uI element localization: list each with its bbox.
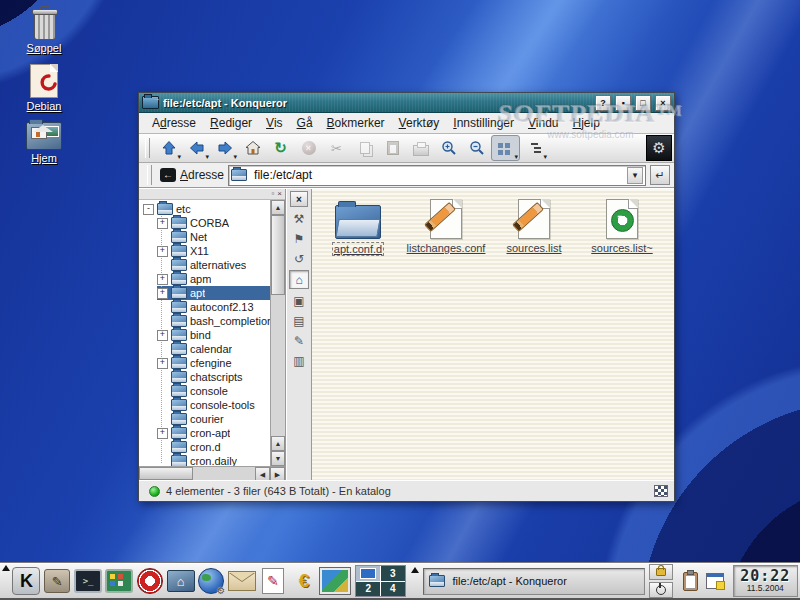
tree-item[interactable]: calendar bbox=[157, 342, 270, 356]
logout-button[interactable] bbox=[649, 582, 673, 598]
help-center-button[interactable] bbox=[135, 566, 164, 596]
file-label[interactable]: sources.list bbox=[506, 242, 561, 254]
konqueror-button[interactable] bbox=[197, 566, 226, 596]
tree-item[interactable]: bash_completion.d bbox=[157, 314, 270, 328]
pager-desktop-2[interactable]: 2 bbox=[356, 582, 380, 597]
tree-item[interactable]: courier bbox=[157, 412, 270, 426]
desktop-icon-trash[interactable]: Søppel bbox=[8, 6, 80, 54]
sidebar-close-button[interactable]: × bbox=[290, 191, 308, 207]
tree-item[interactable]: +X11 bbox=[157, 244, 270, 258]
help-button[interactable]: ? bbox=[595, 95, 611, 111]
konsole-button[interactable]: >_ bbox=[74, 566, 103, 596]
show-desktop-button[interactable]: ✎ bbox=[43, 566, 72, 596]
maximize-button[interactable]: □ bbox=[635, 95, 651, 111]
tree-item[interactable]: Net bbox=[157, 230, 270, 244]
sidebar-tab-root-folder[interactable]: ▤ bbox=[290, 312, 308, 329]
tree-item[interactable]: +CORBA bbox=[157, 216, 270, 230]
lock-screen-button[interactable] bbox=[649, 564, 673, 580]
home-button[interactable] bbox=[239, 136, 266, 160]
desktop-icon-debian[interactable]: Debian bbox=[8, 64, 80, 112]
sidebar-tab-bookmarks[interactable]: ⚑ bbox=[290, 230, 308, 247]
kwrite-button[interactable]: ✎ bbox=[259, 566, 288, 596]
pager-desktop-4[interactable]: 4 bbox=[381, 582, 405, 597]
toolbar-grip[interactable] bbox=[147, 165, 152, 185]
icon-view-button[interactable]: ▾ bbox=[491, 135, 520, 161]
tree-item[interactable]: +cfengine bbox=[157, 356, 270, 370]
file-label[interactable]: listchanges.conf bbox=[407, 242, 486, 254]
tree-item[interactable]: +apm bbox=[157, 272, 270, 286]
menu-bokmerker[interactable]: Bokmerker bbox=[320, 114, 392, 132]
scrollbar-thumb[interactable] bbox=[271, 215, 285, 295]
scroll-up-icon[interactable]: ▲ bbox=[271, 436, 285, 451]
kmymoney-button[interactable]: € bbox=[290, 566, 319, 596]
back-button[interactable]: ▾ bbox=[183, 136, 210, 160]
desktop-icon-home[interactable]: Hjem bbox=[8, 122, 80, 164]
taskbar-clock[interactable]: 20:22 11.5.2004 bbox=[733, 565, 798, 597]
location-input[interactable]: file:/etc/apt bbox=[254, 168, 623, 182]
sidebar-tab-windows[interactable]: ▥ bbox=[290, 352, 308, 369]
file-item[interactable]: apt.conf.d bbox=[316, 197, 400, 256]
file-label[interactable]: apt.conf.d bbox=[332, 242, 384, 256]
file-item[interactable]: sources.list bbox=[492, 197, 576, 256]
home-folder-button[interactable]: ⌂ bbox=[166, 566, 195, 596]
scrollbar-thumb[interactable] bbox=[139, 467, 193, 480]
toolbar-grip[interactable] bbox=[145, 138, 150, 158]
sidebar-tab-network[interactable]: ▣ bbox=[290, 292, 308, 309]
window-icon[interactable] bbox=[142, 96, 159, 109]
file-item[interactable]: listchanges.conf bbox=[404, 197, 488, 256]
tree-item[interactable]: console bbox=[157, 384, 270, 398]
go-button[interactable]: ↵ bbox=[650, 165, 670, 185]
graphics-button[interactable] bbox=[320, 566, 350, 596]
tree-item[interactable]: -etc bbox=[143, 202, 270, 216]
sidebar-tab-tools[interactable]: ⚒ bbox=[290, 210, 308, 227]
tree-item[interactable]: alternatives bbox=[157, 258, 270, 272]
panel-close-icon[interactable]: × bbox=[277, 190, 282, 198]
tree-item[interactable]: chatscripts bbox=[157, 370, 270, 384]
file-label[interactable]: sources.list~ bbox=[591, 242, 652, 254]
tree-item[interactable]: console-tools bbox=[157, 398, 270, 412]
reload-button[interactable]: ↻ bbox=[267, 136, 294, 160]
menu-verktoy[interactable]: Verktøy bbox=[392, 114, 447, 132]
menu-innstillinger[interactable]: Innstillinger bbox=[446, 114, 521, 132]
sidebar-tab-history[interactable]: ↺ bbox=[290, 250, 308, 267]
tree-item[interactable]: autoconf2.13 bbox=[157, 300, 270, 314]
menu-ga[interactable]: Gå bbox=[290, 114, 320, 132]
up-button[interactable]: ▾ bbox=[155, 136, 182, 160]
file-item[interactable]: ↻ sources.list~ bbox=[580, 197, 664, 256]
pager-desktop-1[interactable] bbox=[356, 566, 380, 581]
kmail-button[interactable] bbox=[228, 566, 257, 596]
tree-item[interactable]: cron.d bbox=[157, 440, 270, 454]
tree-item[interactable]: +cron-apt bbox=[157, 426, 270, 440]
tree-item[interactable]: cron.daily bbox=[157, 454, 270, 466]
minimize-button[interactable]: ▪ bbox=[615, 95, 631, 111]
tree-view-button[interactable]: ▾ bbox=[521, 136, 548, 160]
file-icon-view[interactable]: apt.conf.d listchanges.conf sources.list… bbox=[312, 189, 674, 480]
combo-dropdown-button[interactable]: ▾ bbox=[627, 167, 643, 184]
sidebar-tab-services[interactable]: ✎ bbox=[290, 332, 308, 349]
location-combobox[interactable]: file:/etc/apt ▾ bbox=[228, 165, 646, 186]
zoom-out-button[interactable] bbox=[463, 136, 490, 160]
panel-dock-icon[interactable]: ▫ bbox=[271, 190, 274, 198]
close-button[interactable]: × bbox=[655, 95, 671, 111]
kmenu-button[interactable]: K bbox=[12, 566, 41, 596]
menu-vindu[interactable]: Vindu bbox=[521, 114, 565, 132]
tree-item-selected[interactable]: +apt bbox=[157, 286, 270, 300]
klipper-tray-button[interactable] bbox=[681, 571, 701, 591]
titlebar[interactable]: file:/etc/apt - Konqueror ? ▪ □ × bbox=[139, 93, 674, 113]
task-button-konqueror[interactable]: file:/etc/apt - Konqueror bbox=[423, 568, 645, 595]
scroll-down-icon[interactable]: ▼ bbox=[271, 451, 285, 466]
scroll-up-icon[interactable]: ▲ bbox=[271, 200, 285, 215]
pager-desktop-3[interactable]: 3 bbox=[381, 566, 405, 581]
zoom-in-button[interactable] bbox=[435, 136, 462, 160]
clear-location-icon[interactable]: ← bbox=[160, 168, 176, 182]
tree-item[interactable]: +bind bbox=[157, 328, 270, 342]
menu-hjelp[interactable]: Hjelp bbox=[566, 114, 607, 132]
forward-button[interactable]: ▾ bbox=[211, 136, 238, 160]
menu-adresse[interactable]: Adresse bbox=[145, 114, 203, 132]
tree-vertical-scrollbar[interactable]: ▲ ▲ ▼ bbox=[270, 200, 285, 466]
tree-horizontal-scrollbar[interactable]: ◀ ▶ bbox=[139, 466, 285, 480]
organizer-tray-button[interactable] bbox=[705, 571, 725, 591]
menu-rediger[interactable]: Rediger bbox=[203, 114, 259, 132]
package-manager-button[interactable] bbox=[105, 566, 134, 596]
sidebar-tab-home[interactable]: ⌂ bbox=[289, 270, 309, 289]
